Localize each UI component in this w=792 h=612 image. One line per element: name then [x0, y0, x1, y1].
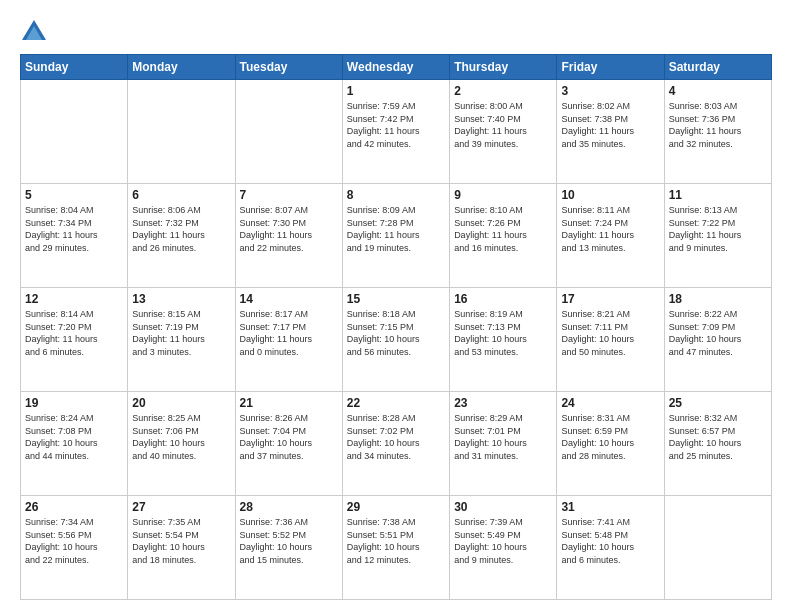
day-info: Sunrise: 8:03 AM Sunset: 7:36 PM Dayligh…: [669, 100, 767, 150]
logo-icon: [20, 18, 48, 46]
day-number: 17: [561, 292, 659, 306]
day-info: Sunrise: 8:11 AM Sunset: 7:24 PM Dayligh…: [561, 204, 659, 254]
day-info: Sunrise: 8:09 AM Sunset: 7:28 PM Dayligh…: [347, 204, 445, 254]
day-number: 5: [25, 188, 123, 202]
calendar-cell: 29Sunrise: 7:38 AM Sunset: 5:51 PM Dayli…: [342, 496, 449, 600]
day-info: Sunrise: 8:14 AM Sunset: 7:20 PM Dayligh…: [25, 308, 123, 358]
calendar-week-4: 26Sunrise: 7:34 AM Sunset: 5:56 PM Dayli…: [21, 496, 772, 600]
calendar-cell: [21, 80, 128, 184]
calendar-cell: 21Sunrise: 8:26 AM Sunset: 7:04 PM Dayli…: [235, 392, 342, 496]
day-number: 10: [561, 188, 659, 202]
calendar-cell: 30Sunrise: 7:39 AM Sunset: 5:49 PM Dayli…: [450, 496, 557, 600]
day-number: 24: [561, 396, 659, 410]
day-info: Sunrise: 8:21 AM Sunset: 7:11 PM Dayligh…: [561, 308, 659, 358]
day-number: 9: [454, 188, 552, 202]
day-number: 2: [454, 84, 552, 98]
calendar-body: 1Sunrise: 7:59 AM Sunset: 7:42 PM Daylig…: [21, 80, 772, 600]
calendar-cell: 5Sunrise: 8:04 AM Sunset: 7:34 PM Daylig…: [21, 184, 128, 288]
calendar-cell: 26Sunrise: 7:34 AM Sunset: 5:56 PM Dayli…: [21, 496, 128, 600]
day-info: Sunrise: 8:25 AM Sunset: 7:06 PM Dayligh…: [132, 412, 230, 462]
day-header-monday: Monday: [128, 55, 235, 80]
header: [20, 18, 772, 46]
day-number: 8: [347, 188, 445, 202]
day-info: Sunrise: 7:36 AM Sunset: 5:52 PM Dayligh…: [240, 516, 338, 566]
calendar-cell: 25Sunrise: 8:32 AM Sunset: 6:57 PM Dayli…: [664, 392, 771, 496]
calendar-cell: 15Sunrise: 8:18 AM Sunset: 7:15 PM Dayli…: [342, 288, 449, 392]
calendar-cell: 6Sunrise: 8:06 AM Sunset: 7:32 PM Daylig…: [128, 184, 235, 288]
day-number: 6: [132, 188, 230, 202]
day-number: 16: [454, 292, 552, 306]
day-info: Sunrise: 8:07 AM Sunset: 7:30 PM Dayligh…: [240, 204, 338, 254]
calendar-cell: 4Sunrise: 8:03 AM Sunset: 7:36 PM Daylig…: [664, 80, 771, 184]
day-number: 25: [669, 396, 767, 410]
day-info: Sunrise: 8:17 AM Sunset: 7:17 PM Dayligh…: [240, 308, 338, 358]
calendar-cell: [128, 80, 235, 184]
day-info: Sunrise: 8:06 AM Sunset: 7:32 PM Dayligh…: [132, 204, 230, 254]
day-number: 30: [454, 500, 552, 514]
day-info: Sunrise: 7:35 AM Sunset: 5:54 PM Dayligh…: [132, 516, 230, 566]
day-number: 23: [454, 396, 552, 410]
calendar-cell: 20Sunrise: 8:25 AM Sunset: 7:06 PM Dayli…: [128, 392, 235, 496]
day-number: 1: [347, 84, 445, 98]
day-header-friday: Friday: [557, 55, 664, 80]
day-number: 26: [25, 500, 123, 514]
calendar-cell: 31Sunrise: 7:41 AM Sunset: 5:48 PM Dayli…: [557, 496, 664, 600]
calendar-cell: 16Sunrise: 8:19 AM Sunset: 7:13 PM Dayli…: [450, 288, 557, 392]
calendar-cell: 24Sunrise: 8:31 AM Sunset: 6:59 PM Dayli…: [557, 392, 664, 496]
calendar-cell: 14Sunrise: 8:17 AM Sunset: 7:17 PM Dayli…: [235, 288, 342, 392]
calendar-cell: 28Sunrise: 7:36 AM Sunset: 5:52 PM Dayli…: [235, 496, 342, 600]
calendar-cell: 19Sunrise: 8:24 AM Sunset: 7:08 PM Dayli…: [21, 392, 128, 496]
day-number: 19: [25, 396, 123, 410]
day-info: Sunrise: 7:41 AM Sunset: 5:48 PM Dayligh…: [561, 516, 659, 566]
day-info: Sunrise: 8:32 AM Sunset: 6:57 PM Dayligh…: [669, 412, 767, 462]
day-info: Sunrise: 8:19 AM Sunset: 7:13 PM Dayligh…: [454, 308, 552, 358]
day-header-saturday: Saturday: [664, 55, 771, 80]
calendar-cell: 10Sunrise: 8:11 AM Sunset: 7:24 PM Dayli…: [557, 184, 664, 288]
day-number: 3: [561, 84, 659, 98]
calendar-cell: 2Sunrise: 8:00 AM Sunset: 7:40 PM Daylig…: [450, 80, 557, 184]
day-info: Sunrise: 8:26 AM Sunset: 7:04 PM Dayligh…: [240, 412, 338, 462]
day-info: Sunrise: 8:24 AM Sunset: 7:08 PM Dayligh…: [25, 412, 123, 462]
day-number: 14: [240, 292, 338, 306]
day-number: 11: [669, 188, 767, 202]
day-info: Sunrise: 8:29 AM Sunset: 7:01 PM Dayligh…: [454, 412, 552, 462]
day-info: Sunrise: 8:13 AM Sunset: 7:22 PM Dayligh…: [669, 204, 767, 254]
calendar-cell: 13Sunrise: 8:15 AM Sunset: 7:19 PM Dayli…: [128, 288, 235, 392]
day-info: Sunrise: 7:38 AM Sunset: 5:51 PM Dayligh…: [347, 516, 445, 566]
day-number: 15: [347, 292, 445, 306]
day-info: Sunrise: 8:31 AM Sunset: 6:59 PM Dayligh…: [561, 412, 659, 462]
day-info: Sunrise: 8:28 AM Sunset: 7:02 PM Dayligh…: [347, 412, 445, 462]
calendar-cell: 27Sunrise: 7:35 AM Sunset: 5:54 PM Dayli…: [128, 496, 235, 600]
day-number: 31: [561, 500, 659, 514]
calendar-week-2: 12Sunrise: 8:14 AM Sunset: 7:20 PM Dayli…: [21, 288, 772, 392]
day-number: 29: [347, 500, 445, 514]
day-number: 13: [132, 292, 230, 306]
day-info: Sunrise: 8:22 AM Sunset: 7:09 PM Dayligh…: [669, 308, 767, 358]
day-header-sunday: Sunday: [21, 55, 128, 80]
day-info: Sunrise: 8:15 AM Sunset: 7:19 PM Dayligh…: [132, 308, 230, 358]
calendar-cell: [664, 496, 771, 600]
day-info: Sunrise: 8:10 AM Sunset: 7:26 PM Dayligh…: [454, 204, 552, 254]
calendar-cell: 7Sunrise: 8:07 AM Sunset: 7:30 PM Daylig…: [235, 184, 342, 288]
day-info: Sunrise: 7:59 AM Sunset: 7:42 PM Dayligh…: [347, 100, 445, 150]
calendar-table: SundayMondayTuesdayWednesdayThursdayFrid…: [20, 54, 772, 600]
day-info: Sunrise: 7:34 AM Sunset: 5:56 PM Dayligh…: [25, 516, 123, 566]
logo: [20, 18, 52, 46]
calendar-cell: 17Sunrise: 8:21 AM Sunset: 7:11 PM Dayli…: [557, 288, 664, 392]
day-info: Sunrise: 8:04 AM Sunset: 7:34 PM Dayligh…: [25, 204, 123, 254]
calendar-cell: 18Sunrise: 8:22 AM Sunset: 7:09 PM Dayli…: [664, 288, 771, 392]
day-header-thursday: Thursday: [450, 55, 557, 80]
calendar-week-1: 5Sunrise: 8:04 AM Sunset: 7:34 PM Daylig…: [21, 184, 772, 288]
day-number: 28: [240, 500, 338, 514]
day-info: Sunrise: 7:39 AM Sunset: 5:49 PM Dayligh…: [454, 516, 552, 566]
day-number: 20: [132, 396, 230, 410]
calendar-cell: 3Sunrise: 8:02 AM Sunset: 7:38 PM Daylig…: [557, 80, 664, 184]
day-info: Sunrise: 8:00 AM Sunset: 7:40 PM Dayligh…: [454, 100, 552, 150]
day-info: Sunrise: 8:18 AM Sunset: 7:15 PM Dayligh…: [347, 308, 445, 358]
calendar-cell: 11Sunrise: 8:13 AM Sunset: 7:22 PM Dayli…: [664, 184, 771, 288]
calendar-week-3: 19Sunrise: 8:24 AM Sunset: 7:08 PM Dayli…: [21, 392, 772, 496]
day-number: 21: [240, 396, 338, 410]
calendar-cell: 22Sunrise: 8:28 AM Sunset: 7:02 PM Dayli…: [342, 392, 449, 496]
day-number: 12: [25, 292, 123, 306]
calendar-cell: 9Sunrise: 8:10 AM Sunset: 7:26 PM Daylig…: [450, 184, 557, 288]
